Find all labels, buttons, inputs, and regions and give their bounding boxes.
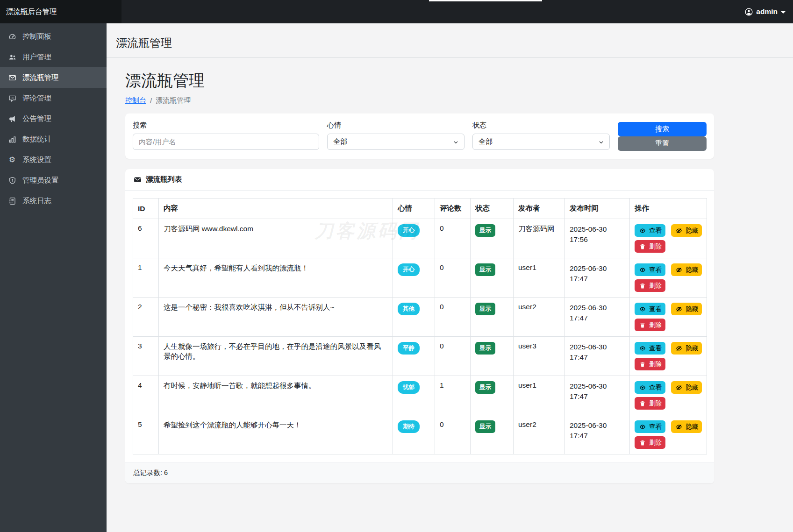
column-content: 内容 — [159, 199, 393, 219]
breadcrumb-link-console[interactable]: 控制台 — [125, 96, 146, 105]
cell-mood: 期待 — [393, 415, 435, 454]
cell-comments: 0 — [435, 298, 471, 337]
bottle-list-card: 刀客源码网 漂流瓶列表 ID 内容 心 — [125, 169, 714, 483]
card-header: 漂流瓶列表 — [125, 169, 714, 191]
table-row: 3 人生就像一场旅行，不必在乎目的地，在乎的是沿途的风景以及看风景的心情。 平静… — [133, 337, 707, 376]
hide-button[interactable]: 隐藏 — [671, 420, 702, 433]
eye-slash-icon — [675, 306, 683, 312]
app-brand: 漂流瓶后台管理 — [0, 0, 121, 23]
trash-icon — [638, 283, 647, 289]
cell-actions: 查看 隐藏 删除 — [630, 376, 707, 415]
chat-icon — [8, 94, 16, 102]
eye-slash-icon — [675, 384, 683, 391]
table-row: 5 希望捡到这个漂流瓶的人能够开心每一天！ 期待 0 显示 user2 2025… — [133, 415, 707, 454]
search-button[interactable]: 搜索 — [618, 122, 707, 136]
hide-button[interactable]: 隐藏 — [671, 342, 702, 355]
delete-button[interactable]: 删除 — [635, 358, 665, 370]
cell-actions: 查看 隐藏 删除 — [630, 298, 707, 337]
sidebar-item-logs[interactable]: 系统日志 — [0, 191, 107, 211]
sidebar-item-settings[interactable]: ⚙ 系统设置 — [0, 149, 107, 170]
top-navbar: 漂流瓶后台管理 admin — [0, 0, 793, 23]
table-row: 4 有时候，安静地听一首歌，就能想起很多事情。 忧郁 1 显示 user1 20… — [133, 376, 707, 415]
cell-status: 显示 — [471, 415, 514, 454]
sidebar-item-statistics[interactable]: 数据统计 — [0, 129, 107, 149]
cell-status: 显示 — [471, 219, 514, 258]
column-mood: 心情 — [393, 199, 435, 219]
sidebar-item-users[interactable]: 用户管理 — [0, 47, 107, 67]
publish-time: 17:47 — [570, 391, 625, 402]
mood-label: 心情 — [327, 121, 464, 130]
mood-select[interactable]: 全部 — [327, 134, 464, 150]
cell-id: 4 — [133, 376, 159, 415]
cell-publish-time: 2025-06-30 17:47 — [565, 376, 630, 415]
delete-button[interactable]: 删除 — [635, 240, 665, 253]
cell-id: 3 — [133, 337, 159, 376]
sidebar-item-announcements[interactable]: 公告管理 — [0, 108, 107, 129]
sidebar-item-label: 漂流瓶管理 — [22, 73, 59, 83]
hide-button[interactable]: 隐藏 — [671, 303, 702, 315]
view-button[interactable]: 查看 — [635, 303, 665, 315]
table-row: 1 今天天气真好，希望能有人看到我的漂流瓶！ 开心 0 显示 user1 202… — [133, 258, 707, 298]
eye-icon — [638, 227, 647, 234]
hide-button[interactable]: 隐藏 — [671, 224, 702, 237]
cell-mood: 平静 — [393, 337, 435, 376]
cell-actions: 查看 隐藏 删除 — [630, 337, 707, 376]
status-select[interactable]: 全部 — [472, 134, 610, 150]
delete-button[interactable]: 删除 — [635, 279, 665, 292]
delete-button[interactable]: 删除 — [635, 319, 665, 331]
sidebar-item-label: 管理员设置 — [22, 176, 59, 185]
table-row: 6 刀客源码网 www.dkewl.com 开心 0 显示 刀客源码网 2025… — [133, 219, 707, 258]
publish-time: 17:47 — [570, 274, 625, 284]
cell-content: 刀客源码网 www.dkewl.com — [159, 219, 393, 258]
cell-author: user3 — [514, 337, 565, 376]
cell-status: 显示 — [471, 298, 514, 337]
cell-comments: 0 — [435, 258, 471, 298]
cell-publish-time: 2025-06-30 17:47 — [565, 258, 630, 298]
admin-dropdown[interactable]: admin — [744, 0, 786, 23]
table-row: 2 这是一个秘密：我很喜欢吃冰淇淋，但从不告诉别人~ 其他 0 显示 user2… — [133, 298, 707, 337]
hide-button[interactable]: 隐藏 — [671, 381, 702, 394]
total-records: 总记录数: 6 — [133, 469, 168, 476]
column-date: 发布时间 — [565, 199, 630, 219]
status-field-group: 状态 全部 — [472, 121, 610, 151]
sidebar-item-label: 数据统计 — [22, 135, 51, 144]
cell-status: 显示 — [471, 376, 514, 415]
view-button[interactable]: 查看 — [635, 263, 665, 276]
view-button[interactable]: 查看 — [635, 224, 665, 237]
delete-button[interactable]: 删除 — [635, 436, 665, 449]
hide-button[interactable]: 隐藏 — [671, 263, 702, 276]
publish-time: 17:47 — [570, 431, 625, 441]
view-button[interactable]: 查看 — [635, 342, 665, 355]
publish-date: 2025-06-30 — [570, 263, 625, 274]
reset-button[interactable]: 重置 — [618, 136, 707, 151]
mood-badge: 平静 — [398, 342, 420, 355]
envelope-icon — [133, 176, 142, 184]
cell-actions: 查看 隐藏 删除 — [630, 219, 707, 258]
view-button[interactable]: 查看 — [635, 381, 665, 394]
mood-badge: 开心 — [398, 224, 420, 237]
sidebar-item-dashboard[interactable]: 控制面板 — [0, 26, 107, 47]
publish-date: 2025-06-30 — [570, 303, 625, 313]
filter-buttons: 搜索 重置 — [618, 121, 707, 151]
cell-content: 今天天气真好，希望能有人看到我的漂流瓶！ — [159, 258, 393, 298]
mood-badge: 忧郁 — [398, 381, 420, 394]
sidebar-item-comments[interactable]: 评论管理 — [0, 88, 107, 108]
column-author: 发布者 — [514, 199, 565, 219]
eye-icon — [638, 345, 647, 352]
sidebar-item-admins[interactable]: 管理员设置 — [0, 170, 107, 191]
eye-slash-icon — [675, 345, 683, 352]
delete-button[interactable]: 删除 — [635, 397, 665, 410]
sidebar-item-bottles[interactable]: 漂流瓶管理 — [0, 67, 107, 88]
journal-icon — [8, 197, 16, 205]
cell-publish-time: 2025-06-30 17:56 — [565, 219, 630, 258]
cell-author: user1 — [514, 376, 565, 415]
publish-date: 2025-06-30 — [570, 342, 625, 352]
view-button[interactable]: 查看 — [635, 420, 665, 433]
mood-badge: 其他 — [398, 303, 420, 315]
eye-icon — [638, 384, 647, 391]
gear-icon: ⚙ — [8, 156, 16, 164]
publish-date: 2025-06-30 — [570, 420, 625, 431]
envelope-icon — [8, 73, 16, 82]
search-input[interactable] — [133, 134, 319, 150]
cell-content: 有时候，安静地听一首歌，就能想起很多事情。 — [159, 376, 393, 415]
